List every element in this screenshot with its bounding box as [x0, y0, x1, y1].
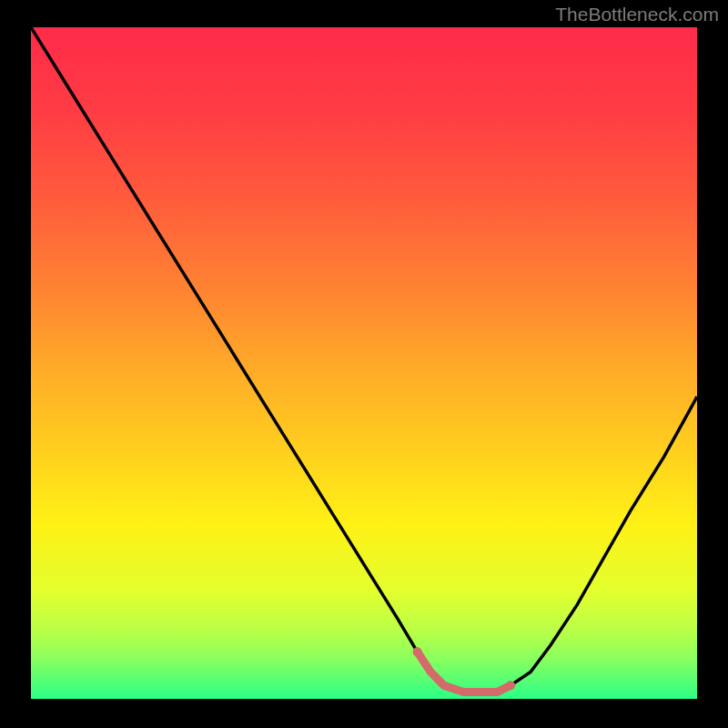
chart-svg	[31, 27, 697, 699]
highlight-dot-left	[413, 647, 422, 656]
highlight-dot-right	[506, 681, 515, 690]
watermark-text: TheBottleneck.com	[555, 4, 719, 25]
plot-area	[31, 27, 697, 699]
chart-container: TheBottleneck.com	[0, 0, 728, 728]
gradient-background	[31, 27, 697, 699]
